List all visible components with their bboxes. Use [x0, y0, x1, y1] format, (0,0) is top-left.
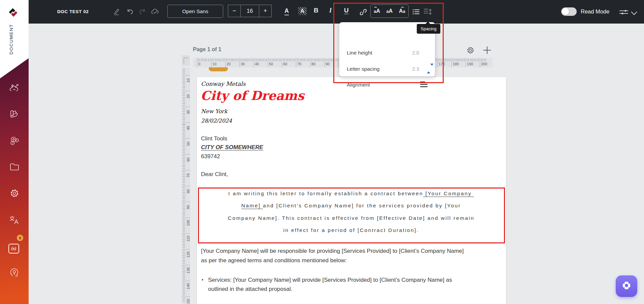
add-page-icon[interactable] [482, 45, 492, 55]
ruler-label: 120 [186, 251, 190, 258]
font-size-increase-button[interactable]: + [259, 5, 272, 17]
ruler-tick [182, 91, 190, 91]
translate-icon[interactable] [9, 215, 20, 226]
bullet-list-icon[interactable] [412, 8, 420, 15]
sidebar-section-title: DOCUMENT [7, 24, 15, 55]
font-size-value[interactable]: 16 [241, 5, 259, 17]
ruler-label: 140 [186, 283, 190, 290]
ruler-tick [480, 58, 480, 67]
settings-icon[interactable] [9, 188, 20, 199]
ruler-label: 60 [186, 156, 190, 163]
molecule-icon[interactable]: H H [9, 135, 20, 146]
app-root: DOC TEST 02 Open Sans − 16 + A A B I U a… [0, 0, 644, 304]
cloud-saved-icon [150, 7, 160, 16]
stepper-down-icon[interactable] [430, 64, 434, 71]
ruler-corner-icon [182, 55, 190, 66]
ruler-label: 40 [186, 125, 190, 131]
recipient-city: CITY OF SOMEWHERE [201, 144, 263, 151]
ruler-label: 30 [186, 109, 190, 115]
ruler-label: 70 [186, 172, 190, 179]
ruler-tick [182, 249, 190, 249]
capitalize-button[interactable]: aA [386, 8, 393, 14]
ruler-tick [451, 58, 452, 67]
ruler-label: 100 [186, 219, 190, 226]
folder-icon[interactable] [9, 161, 20, 172]
ruler-label: 90 [326, 62, 330, 66]
read-mode-label: Read Mode [581, 8, 609, 15]
redo-icon[interactable] [138, 7, 146, 16]
ruler-label: 30 [241, 62, 245, 66]
boxed-paragraph-line: Name] and [Client’s Company Name] for th… [201, 203, 501, 209]
paragraph-2: [Your Company Name] will be responsible … [201, 246, 464, 265]
ruler-label: 20 [186, 93, 190, 100]
ruler-label: 10 [212, 62, 216, 66]
ruler-label: 10 [186, 77, 190, 84]
alignment-icon[interactable] [420, 81, 428, 87]
stepper-up-icon[interactable] [427, 66, 430, 73]
ruler-tick [182, 297, 190, 297]
palette-icon[interactable] [9, 108, 20, 119]
text-color-button[interactable]: A [284, 7, 289, 14]
ruler-label: 70 [297, 62, 301, 66]
svg-text:H: H [12, 142, 13, 144]
ruler-tick [338, 58, 339, 67]
read-mode-toggle[interactable] [561, 7, 577, 16]
italic-button[interactable]: I [329, 7, 332, 14]
ruler-tick [296, 58, 296, 67]
ruler-tick [268, 58, 268, 67]
indent-marker[interactable] [209, 67, 228, 71]
ruler-label: 190 [467, 62, 473, 66]
ruler-label: 60 [283, 62, 287, 66]
ruler-tick [253, 58, 254, 67]
help-fab-button[interactable] [616, 275, 637, 297]
ruler-label: 90 [186, 204, 190, 210]
ruler-tick [182, 123, 190, 123]
ruler-tick [182, 138, 190, 139]
chevron-down-icon[interactable] [632, 10, 636, 14]
underline-button[interactable]: U [344, 7, 349, 14]
sidebar: DOCUMENT H H [0, 0, 29, 304]
recipient-name: Clint Tools [201, 135, 227, 142]
ruler-label: 0 [198, 62, 200, 66]
font-size-decrease-button[interactable]: − [228, 5, 241, 17]
toolbar [29, 0, 644, 24]
letter-spacing-stepper[interactable] [427, 66, 430, 72]
app-logo[interactable] [7, 6, 20, 20]
edit-pencil-icon[interactable] [112, 7, 121, 16]
ruler-tick [182, 186, 190, 186]
spacing-icon[interactable] [423, 8, 432, 15]
ruler-label: 40 [255, 62, 259, 66]
link-icon[interactable] [359, 8, 368, 16]
lowercase-button[interactable]: Aa [399, 8, 405, 14]
ruler-tick [182, 233, 190, 234]
document-title: DOC TEST 02 [57, 9, 89, 14]
ruler-tick [239, 58, 240, 67]
font-family-selector[interactable]: Open Sans [167, 5, 223, 18]
ruler-tick [466, 58, 466, 67]
ruler-tick [182, 75, 190, 75]
bullet-item-payment: Payment: In exchange for the services pr… [208, 302, 504, 304]
bold-button[interactable]: B [314, 7, 318, 14]
ruler-label: 50 [269, 62, 273, 66]
ruler-tick [182, 170, 190, 170]
ruler-tick [324, 58, 325, 67]
vertical-ruler[interactable]: 102030405060708090100110120130140150 [182, 67, 190, 304]
svg-text:H: H [16, 140, 17, 141]
uppercase-button[interactable]: aA [374, 8, 380, 14]
doc-city: New York [201, 108, 227, 114]
ruler-label: 200 [481, 62, 487, 66]
ruler-label: 150 [186, 299, 190, 304]
ruler-label: 20 [227, 62, 231, 66]
variables-badge: 0 [17, 235, 23, 241]
ideas-icon[interactable] [9, 267, 20, 278]
highlight-color-button[interactable]: A [298, 7, 307, 15]
ruler-tick [211, 58, 211, 67]
design-assets-icon[interactable] [9, 83, 20, 94]
page-settings-gear-icon[interactable] [466, 45, 475, 55]
filters-icon[interactable] [619, 8, 628, 16]
ruler-tick [182, 217, 190, 218]
undo-icon[interactable] [126, 7, 134, 16]
ruler-tick [182, 265, 190, 265]
ruler-label: 170 [439, 62, 445, 66]
variables-icon[interactable]: (x) [8, 243, 19, 254]
